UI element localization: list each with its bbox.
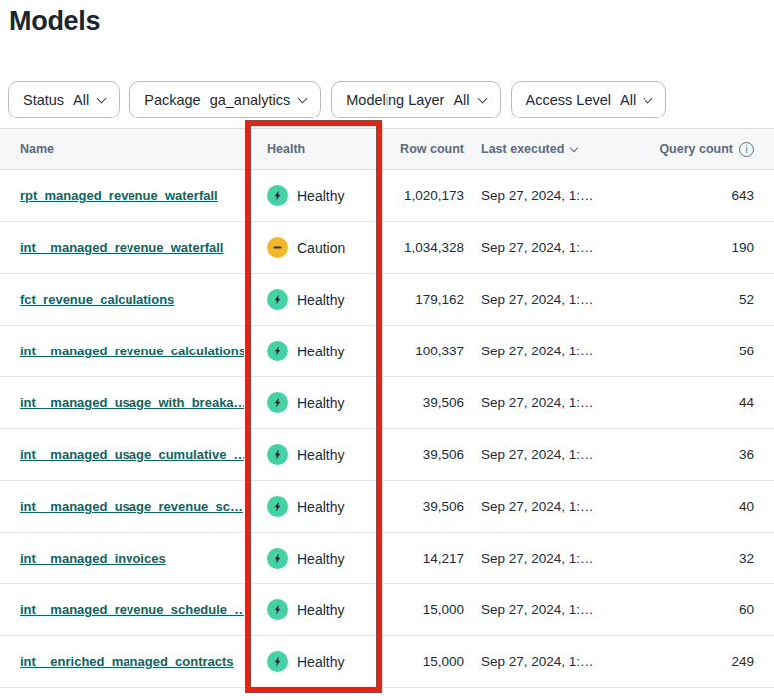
query-count-value: 190	[631, 240, 774, 255]
model-name-link[interactable]: int__managed_revenue_calculations	[20, 344, 244, 358]
status-filter-button[interactable]: Status All	[8, 81, 120, 118]
chevron-down-icon	[298, 93, 308, 103]
last-executed-value: Sep 27, 2024, 1:…	[468, 240, 631, 255]
last-executed-value: Sep 27, 2024, 1:…	[468, 654, 631, 669]
table-row: int__enriched_managed_contracts Healthy …	[0, 636, 774, 688]
package-filter-value: ga_analytics	[210, 92, 291, 108]
health-bolt-icon	[272, 449, 283, 460]
chevron-down-icon	[477, 93, 487, 103]
last-executed-value: Sep 27, 2024, 1:…	[468, 551, 631, 566]
health-status-badge	[267, 496, 288, 517]
column-header-health: Health	[244, 142, 379, 156]
caution-minus-icon	[272, 242, 283, 253]
modeling-layer-filter-button[interactable]: Modeling Layer All	[331, 81, 500, 118]
model-name-link[interactable]: fct_revenue_calculations	[20, 292, 174, 307]
health-status-label: Healthy	[297, 188, 344, 204]
query-count-value: 52	[631, 292, 774, 307]
health-bolt-icon	[272, 190, 283, 201]
last-executed-value: Sep 27, 2024, 1:…	[468, 499, 631, 514]
health-bolt-icon	[272, 397, 283, 408]
health-bolt-icon	[272, 656, 283, 667]
column-header-row-count: Row count	[379, 142, 468, 156]
row-count-value: 39,506	[379, 395, 468, 410]
row-count-value: 39,506	[379, 499, 468, 514]
health-status-badge	[267, 289, 288, 310]
row-count-value: 15,000	[379, 602, 468, 617]
table-body: rpt_managed_revenue_waterfall Healthy 1,…	[0, 170, 774, 688]
query-count-value: 32	[631, 551, 774, 566]
sort-chevron-down-icon	[570, 144, 578, 152]
row-count-value: 100,337	[379, 344, 468, 358]
health-status-badge	[267, 185, 288, 206]
column-header-name: Name	[0, 142, 244, 156]
health-status-label: Healthy	[297, 447, 344, 463]
table-row: int__managed_revenue_waterfall Caution 1…	[0, 222, 774, 274]
info-icon[interactable]: i	[739, 142, 754, 157]
health-status-label: Healthy	[297, 551, 344, 567]
model-name-link[interactable]: int__managed_usage_cumulative_…	[20, 447, 244, 462]
table-header-row: Name Health Row count Last executed Quer…	[0, 128, 774, 170]
row-count-value: 14,217	[379, 551, 468, 566]
row-count-value: 39,506	[379, 447, 468, 462]
model-name-link[interactable]: int__enriched_managed_contracts	[20, 654, 234, 669]
last-executed-value: Sep 27, 2024, 1:…	[468, 188, 631, 203]
health-bolt-icon	[272, 346, 283, 356]
query-count-value: 60	[631, 602, 774, 617]
health-status-label: Healthy	[297, 292, 344, 308]
health-status-label: Healthy	[297, 344, 344, 359]
model-name-link[interactable]: int__managed_usage_revenue_sc…	[20, 499, 243, 514]
query-count-value: 40	[631, 499, 774, 514]
access-level-filter-button[interactable]: Access Level All	[511, 81, 667, 118]
access-level-filter-label: Access Level	[526, 92, 611, 108]
row-count-value: 1,020,173	[379, 188, 468, 203]
model-name-link[interactable]: int__managed_usage_with_breaka…	[20, 395, 244, 410]
last-executed-value: Sep 27, 2024, 1:…	[468, 292, 631, 307]
last-executed-value: Sep 27, 2024, 1:…	[468, 602, 631, 617]
models-table: Name Health Row count Last executed Quer…	[0, 128, 774, 688]
model-name-link[interactable]: rpt_managed_revenue_waterfall	[20, 188, 218, 203]
status-filter-label: Status	[23, 92, 64, 108]
access-level-filter-value: All	[620, 92, 636, 108]
model-name-link[interactable]: int__managed_revenue_schedule_…	[20, 602, 244, 617]
health-status-label: Healthy	[297, 654, 344, 670]
health-status-label: Healthy	[297, 395, 344, 411]
health-status-badge	[267, 444, 288, 465]
query-count-value: 249	[631, 654, 774, 669]
health-status-badge	[267, 237, 288, 258]
row-count-value: 15,000	[379, 654, 468, 669]
package-filter-button[interactable]: Package ga_analytics	[129, 81, 321, 118]
table-row: rpt_managed_revenue_waterfall Healthy 1,…	[0, 170, 774, 222]
query-count-value: 643	[631, 188, 774, 203]
modeling-layer-filter-label: Modeling Layer	[346, 92, 444, 108]
model-name-link[interactable]: int__managed_revenue_waterfall	[20, 240, 223, 255]
row-count-value: 1,034,328	[379, 240, 468, 255]
package-filter-label: Package	[144, 92, 200, 108]
query-count-value: 36	[631, 447, 774, 462]
table-row: int__managed_usage_revenue_sc… Healthy 3…	[0, 481, 774, 533]
table-row: fct_revenue_calculations Healthy 179,162…	[0, 274, 774, 326]
health-status-badge	[267, 341, 288, 361]
health-status-badge	[267, 548, 288, 569]
health-bolt-icon	[272, 294, 283, 305]
status-filter-value: All	[73, 92, 89, 108]
model-name-link[interactable]: int__managed_invoices	[20, 551, 166, 566]
modeling-layer-filter-value: All	[453, 92, 469, 108]
health-status-badge	[267, 392, 288, 413]
health-status-badge	[267, 599, 288, 620]
column-header-last-executed[interactable]: Last executed	[468, 142, 631, 156]
query-count-value: 44	[631, 395, 774, 410]
health-bolt-icon	[272, 501, 283, 512]
health-status-badge	[267, 651, 288, 672]
column-header-query-count: Query count i	[631, 142, 774, 157]
row-count-value: 179,162	[379, 292, 468, 307]
last-executed-value: Sep 27, 2024, 1:…	[468, 344, 631, 358]
health-bolt-icon	[272, 604, 283, 615]
page-title: Models	[9, 6, 100, 37]
query-count-value: 56	[631, 344, 774, 358]
table-row: int__managed_revenue_calculations Health…	[0, 326, 774, 377]
table-row: int__managed_revenue_schedule_… Healthy …	[0, 584, 774, 636]
filter-bar: Status All Package ga_analytics Modeling…	[8, 81, 666, 118]
table-row: int__managed_usage_with_breaka… Healthy …	[0, 377, 774, 429]
health-bolt-icon	[272, 553, 283, 564]
health-status-label: Healthy	[297, 499, 344, 515]
